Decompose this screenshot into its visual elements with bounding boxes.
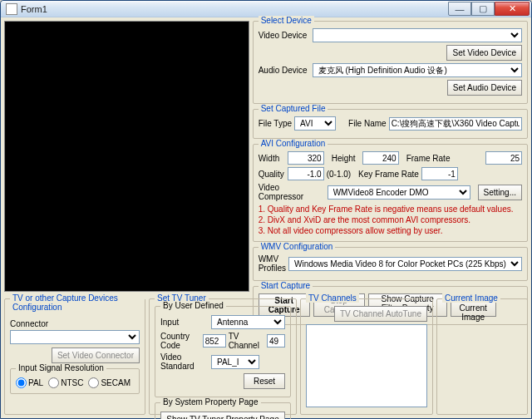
tv-capture-config-group: TV or other Capture Devices Configuratio…	[4, 298, 145, 415]
quality-range: (0-1.0)	[327, 170, 351, 179]
tv-capture-config-legend: TV or other Capture Devices Configuratio…	[10, 293, 145, 312]
captured-file-group: Set Captured File File Type AVI File Nam…	[253, 109, 528, 139]
country-code-label: Country Code	[160, 332, 200, 350]
height-label: Height	[332, 154, 360, 163]
current-image-legend: Current Image	[442, 293, 500, 303]
connector-label: Connector	[10, 319, 140, 328]
width-input[interactable]	[288, 151, 324, 165]
compressor-select[interactable]: WMVideo8 Encoder DMO	[328, 185, 470, 200]
tv-channel-label: TV Channel	[229, 332, 264, 350]
captured-file-legend: Set Captured File	[259, 104, 328, 113]
key-frame-label: Key Frame Rate	[358, 170, 419, 179]
avi-note-2: 2. DivX and XviD are the most common AVI…	[259, 214, 522, 225]
tv-channel-input[interactable]	[267, 334, 285, 348]
ntsc-radio[interactable]: NTSC	[48, 377, 83, 388]
tv-channels-list[interactable]	[306, 324, 427, 407]
audio-device-label: Audio Device	[259, 66, 310, 75]
user-defined-legend: By User Defined	[160, 301, 226, 310]
set-video-connector-button[interactable]: Set Video Connector	[52, 348, 140, 363]
start-capture-legend: Start Capture	[259, 281, 313, 290]
set-audio-device-button[interactable]: Set Audio Device	[447, 80, 522, 96]
compressor-label: Video Compressor	[259, 183, 325, 201]
country-code-input[interactable]	[203, 334, 226, 348]
select-device-group: Select Device Video Device Set Video Dev…	[253, 21, 528, 104]
input-signal-legend: Input Signal Resolution	[16, 363, 106, 372]
app-icon	[6, 3, 17, 15]
wmv-config-group: WMV Configuration WMV Profiles Windows M…	[253, 247, 528, 281]
avi-note-3: 3. Not all video compressors allow setti…	[259, 225, 522, 236]
frame-rate-label: Frame Rate	[406, 154, 451, 163]
wmv-config-legend: WMV Configuration	[259, 242, 336, 251]
show-tv-tuner-property-button[interactable]: Show TV Tuner Property Page	[160, 412, 284, 419]
user-defined-group: By User Defined Input Antenna Country Co…	[155, 306, 291, 397]
system-property-group: By System Property Page Show TV Tuner Pr…	[155, 402, 291, 419]
select-device-legend: Select Device	[259, 16, 314, 25]
file-name-label: File Name	[348, 119, 387, 128]
connector-select[interactable]	[10, 330, 140, 344]
set-video-device-button[interactable]: Set Video Device	[446, 45, 522, 61]
app-window: Form1 — ▢ ✕ Select Device Video Device S…	[0, 0, 532, 419]
tv-channels-legend: TV Channels	[306, 293, 359, 303]
video-device-label: Video Device	[259, 31, 310, 40]
tv-channels-group: TV Channels TV Channel AutoTune	[300, 298, 433, 415]
window-title: Form1	[21, 4, 448, 14]
close-button[interactable]: ✕	[495, 2, 530, 16]
frame-rate-input[interactable]	[485, 151, 522, 165]
height-input[interactable]	[362, 151, 399, 165]
tv-tuner-group: Set TV Tuner By User Defined Input Anten…	[149, 298, 297, 415]
file-type-label: File Type	[259, 119, 292, 128]
tv-channel-autotune-button[interactable]: TV Channel AutoTune	[334, 306, 427, 322]
minimize-button[interactable]: —	[448, 2, 471, 16]
client-area: Select Device Video Device Set Video Dev…	[1, 17, 531, 418]
width-label: Width	[259, 154, 285, 163]
video-device-select[interactable]	[313, 28, 522, 42]
key-frame-input[interactable]	[421, 167, 458, 180]
quality-label: Quality	[259, 170, 285, 179]
tuner-input-select[interactable]: Antenna	[211, 315, 285, 329]
audio-device-select[interactable]: 麦克风 (High Definition Audio 设备)	[313, 63, 522, 77]
titlebar[interactable]: Form1 — ▢ ✕	[1, 1, 531, 17]
video-standard-label: Video Standard	[160, 352, 209, 371]
wmv-profiles-label: WMV Profiles	[259, 254, 286, 273]
file-name-input[interactable]	[389, 117, 522, 131]
compressor-setting-button[interactable]: Setting...	[478, 185, 522, 200]
pal-radio[interactable]: PAL	[16, 377, 43, 388]
system-property-legend: By System Property Page	[160, 397, 261, 407]
current-image-group: Current Image	[436, 298, 528, 415]
avi-config-group: AVI Configuration Width Height Frame Rat…	[253, 144, 528, 242]
input-signal-group: Input Signal Resolution PAL NTSC SECAM	[10, 368, 140, 394]
file-type-select[interactable]: AVI	[294, 116, 336, 131]
reset-button[interactable]: Reset	[244, 373, 285, 389]
quality-input[interactable]	[288, 167, 324, 180]
avi-note-1: 1. Quality and Key Frame Rate is negativ…	[259, 204, 522, 214]
maximize-button[interactable]: ▢	[471, 2, 495, 16]
avi-config-legend: AVI Configuration	[259, 139, 328, 148]
video-standard-select[interactable]: PAL_I	[211, 355, 259, 369]
video-preview	[4, 21, 249, 292]
secam-radio[interactable]: SECAM	[88, 377, 131, 388]
wmv-profiles-select[interactable]: Windows Media Video 8 for Color Pocket P…	[288, 257, 522, 271]
input-label: Input	[160, 318, 209, 327]
